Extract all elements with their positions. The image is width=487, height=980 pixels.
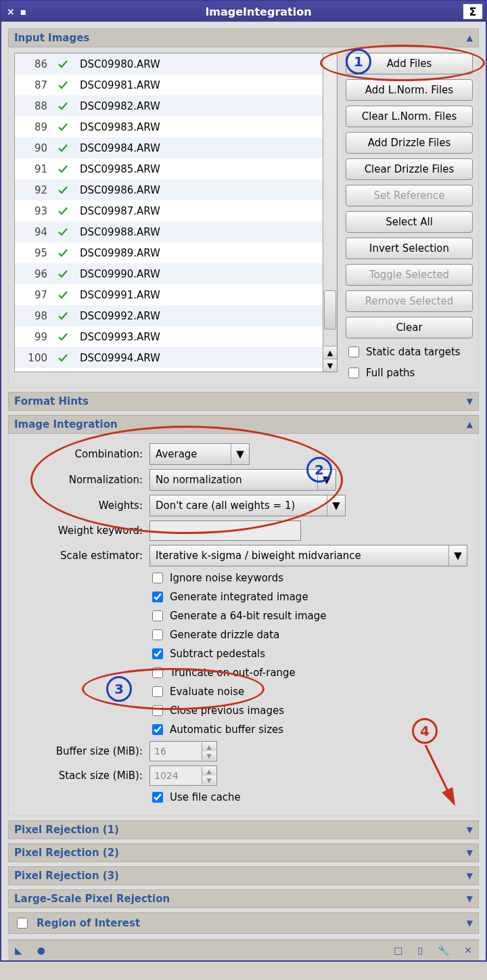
scroll-up-icon[interactable]: ▲ bbox=[323, 346, 337, 359]
cross-icon[interactable]: ✕ bbox=[464, 945, 472, 956]
buffer-size-input[interactable]: 16 ▲▼ bbox=[149, 741, 217, 761]
normalization-combo[interactable]: No normalization▼ bbox=[149, 469, 336, 491]
full-paths-checkbox[interactable]: Full paths bbox=[346, 365, 473, 380]
titlebar[interactable]: × ▪ ImageIntegration Σ bbox=[1, 1, 486, 22]
expand-icon[interactable]: ▼ bbox=[467, 918, 473, 928]
file-name: DSC09991.ARW bbox=[73, 289, 160, 301]
spin-down-icon[interactable]: ▼ bbox=[202, 776, 216, 784]
file-row[interactable]: 93DSC09987.ARW bbox=[15, 200, 323, 221]
truncate-checkbox[interactable]: Truncate on out-of-range bbox=[149, 665, 473, 680]
check-icon bbox=[53, 121, 73, 133]
scale-estimator-label: Scale estimator: bbox=[14, 550, 149, 562]
minimize-icon[interactable]: ▪ bbox=[20, 6, 27, 17]
static-targets-checkbox[interactable]: Static data targets bbox=[346, 344, 473, 359]
section-pixel-rej3[interactable]: Pixel Rejection (3) ▼ bbox=[8, 866, 479, 885]
roi-checkbox[interactable] bbox=[17, 918, 28, 929]
file-row[interactable]: 87DSC09981.ARW bbox=[15, 74, 323, 95]
gen-integrated-checkbox[interactable]: Generate integrated image bbox=[149, 589, 473, 604]
section-input-images[interactable]: Input Images ▲ bbox=[8, 28, 479, 47]
scroll-down-icon[interactable]: ▼ bbox=[323, 359, 337, 372]
file-name: DSC09982.ARW bbox=[73, 100, 160, 112]
expand-icon[interactable]: ▼ bbox=[467, 825, 473, 834]
use-cache-checkbox[interactable]: Use file cache bbox=[149, 790, 473, 805]
section-format-hints[interactable]: Format Hints ▼ bbox=[8, 392, 479, 411]
circle-icon[interactable]: ● bbox=[37, 945, 45, 956]
set-reference-button[interactable]: Set Reference bbox=[346, 185, 473, 206]
file-row[interactable]: 86DSC09980.ARW bbox=[15, 53, 323, 74]
file-row[interactable]: 89DSC09983.ARW bbox=[15, 116, 323, 137]
file-row[interactable]: 91DSC09985.ARW bbox=[15, 158, 323, 179]
combination-combo[interactable]: Average▼ bbox=[149, 443, 250, 465]
section-image-integration[interactable]: Image Integration ▲ bbox=[8, 415, 479, 434]
file-row[interactable]: 97DSC09991.ARW bbox=[15, 284, 323, 305]
expand-icon[interactable]: ▼ bbox=[467, 848, 473, 858]
close-icon[interactable]: × bbox=[7, 6, 15, 17]
file-name: DSC09988.ARW bbox=[73, 226, 160, 238]
remove-selected-button[interactable]: Remove Selected bbox=[346, 290, 473, 312]
file-row[interactable]: 90DSC09984.ARW bbox=[15, 137, 323, 158]
expand-icon[interactable]: ▼ bbox=[467, 894, 473, 904]
invert-selection-button[interactable]: Invert Selection bbox=[346, 238, 473, 259]
row-number: 86 bbox=[15, 58, 53, 70]
gen-64bit-checkbox[interactable]: Generate a 64-bit result image bbox=[149, 608, 473, 623]
chevron-down-icon: ▼ bbox=[448, 545, 467, 566]
wrench-icon[interactable]: 🔧 bbox=[438, 945, 449, 956]
scale-estimator-combo[interactable]: Iterative k-sigma / biweight midvariance… bbox=[149, 545, 467, 566]
scrollbar[interactable]: ▲ ▼ bbox=[323, 53, 338, 372]
add-lnorm-button[interactable]: Add L.Norm. Files bbox=[346, 79, 473, 101]
toggle-selected-button[interactable]: Toggle Selected bbox=[346, 264, 473, 286]
check-icon bbox=[53, 226, 73, 238]
expand-icon[interactable]: ▼ bbox=[467, 871, 473, 881]
clear-drizzle-button[interactable]: Clear Drizzle Files bbox=[346, 158, 473, 180]
row-number: 92 bbox=[15, 184, 53, 196]
evaluate-noise-checkbox[interactable]: Evaluate noise bbox=[149, 684, 473, 699]
close-previous-checkbox[interactable]: Close previous images bbox=[149, 703, 473, 718]
file-row[interactable]: 99DSC09993.ARW bbox=[15, 326, 323, 347]
check-icon bbox=[53, 268, 73, 280]
spin-up-icon[interactable]: ▲ bbox=[202, 767, 216, 776]
file-name: DSC09994.ARW bbox=[73, 352, 160, 364]
ignore-noise-checkbox[interactable]: Ignore noise keywords bbox=[149, 571, 473, 585]
check-icon bbox=[53, 331, 73, 343]
clear-button[interactable]: Clear bbox=[346, 317, 473, 338]
spin-down-icon[interactable]: ▼ bbox=[202, 751, 216, 760]
expand-icon[interactable]: ▼ bbox=[467, 397, 473, 406]
collapse-icon[interactable]: ▲ bbox=[467, 420, 473, 429]
file-row[interactable]: 96DSC09990.ARW bbox=[15, 263, 323, 284]
weights-combo[interactable]: Don't care (all weights = 1)▼ bbox=[149, 495, 346, 516]
section-pixel-rej1[interactable]: Pixel Rejection (1) ▼ bbox=[8, 820, 479, 839]
clear-lnorm-button[interactable]: Clear L.Norm. Files bbox=[346, 106, 473, 127]
file-name: DSC09984.ARW bbox=[73, 142, 160, 154]
document-icon[interactable]: ▯ bbox=[418, 945, 423, 956]
stack-size-input[interactable]: 1024 ▲▼ bbox=[149, 765, 217, 786]
file-list[interactable]: 86DSC09980.ARW87DSC09981.ARW88DSC09982.A… bbox=[14, 53, 323, 372]
triangle-icon[interactable]: ◣ bbox=[15, 945, 22, 956]
spin-up-icon[interactable]: ▲ bbox=[202, 742, 216, 751]
file-row[interactable]: 95DSC09989.ARW bbox=[15, 242, 323, 263]
file-row[interactable]: 100DSC09994.ARW bbox=[15, 347, 323, 368]
gen-drizzle-checkbox[interactable]: Generate drizzle data bbox=[149, 627, 473, 642]
file-row[interactable]: 88DSC09982.ARW bbox=[15, 95, 323, 116]
sigma-icon[interactable]: Σ bbox=[463, 3, 483, 20]
file-name: DSC09983.ARW bbox=[73, 121, 160, 133]
weight-keyword-label: Weight keyword: bbox=[14, 525, 149, 537]
window-title: ImageIntegration bbox=[54, 5, 463, 18]
file-row[interactable]: 98DSC09992.ARW bbox=[15, 305, 323, 326]
add-drizzle-button[interactable]: Add Drizzle Files bbox=[346, 132, 473, 154]
auto-buffer-checkbox[interactable]: Automatic buffer sizes bbox=[149, 722, 473, 737]
section-pixel-rej2[interactable]: Pixel Rejection (2) ▼ bbox=[8, 843, 479, 862]
section-large-scale[interactable]: Large-Scale Pixel Rejection ▼ bbox=[8, 889, 479, 908]
scroll-thumb[interactable] bbox=[324, 290, 336, 330]
check-icon bbox=[53, 163, 73, 175]
add-files-button[interactable]: Add Files bbox=[346, 53, 473, 74]
file-row[interactable]: 94DSC09988.ARW bbox=[15, 221, 323, 242]
weight-keyword-input[interactable] bbox=[149, 520, 301, 541]
file-row[interactable]: 92DSC09986.ARW bbox=[15, 179, 323, 200]
section-roi[interactable]: Region of Interest ▼ bbox=[8, 912, 479, 934]
subtract-pedestals-checkbox[interactable]: Subtract pedestals bbox=[149, 646, 473, 661]
collapse-icon[interactable]: ▲ bbox=[467, 33, 473, 43]
row-number: 94 bbox=[15, 226, 53, 238]
stack-size-label: Stack size (MiB): bbox=[14, 770, 149, 782]
square-icon[interactable]: □ bbox=[394, 945, 402, 956]
select-all-button[interactable]: Select All bbox=[346, 211, 473, 233]
